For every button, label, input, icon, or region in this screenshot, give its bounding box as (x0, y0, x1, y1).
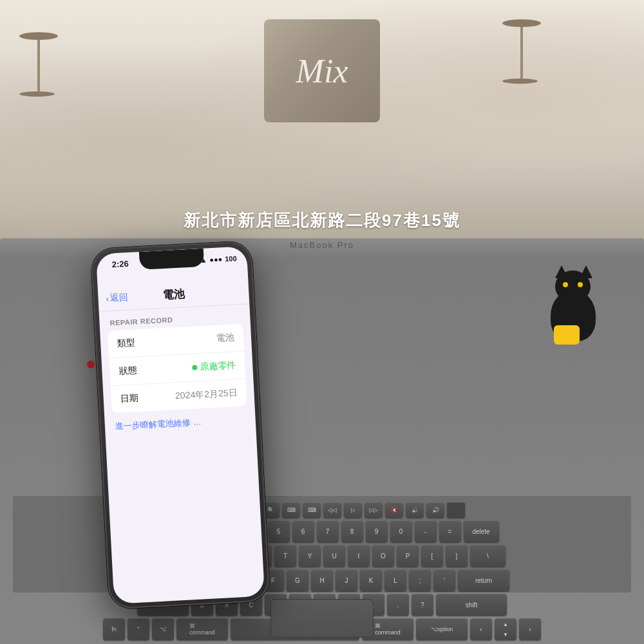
key-i[interactable]: I (348, 545, 370, 567)
key-5[interactable]: 5 (268, 520, 290, 542)
key-f8[interactable]: ▷ (344, 502, 362, 518)
key-backslash[interactable]: \ (470, 545, 506, 567)
key-f7[interactable]: ◁◁ (323, 502, 341, 518)
cat-eye-left (563, 282, 568, 287)
option-label: option (437, 626, 453, 632)
key-bracket-open[interactable]: [ (421, 545, 443, 567)
key-8[interactable]: 8 (341, 520, 363, 542)
macbook-brand-label: MacBook Pro (290, 240, 354, 250)
back-label: 返回 (110, 291, 129, 303)
key-j[interactable]: J (336, 569, 357, 591)
key-0[interactable]: 0 (390, 520, 412, 542)
stool-left (19, 32, 58, 97)
key-touch-id[interactable] (447, 502, 465, 518)
key-return[interactable]: return (458, 569, 509, 591)
cellular-icon: ●●● (209, 255, 223, 263)
iphone-body: 2:26 ▲ ●●● 100 ‹ 返回 電池 REPAIR (91, 241, 270, 609)
key-o[interactable]: O (372, 545, 394, 567)
iphone-content: ‹ 返回 電池 REPAIR RECORD 類型 電池 狀態 (98, 278, 265, 604)
key-f10[interactable]: 🔇 (385, 502, 403, 518)
green-status-dot (192, 365, 197, 370)
cat-figure-decoration (541, 277, 605, 354)
key-p[interactable]: P (397, 545, 419, 567)
key-t[interactable]: T (274, 545, 296, 567)
key-arrow-left[interactable]: ‹ (470, 618, 492, 640)
cat-eye-right (578, 282, 583, 287)
row-value-type: 電池 (216, 332, 235, 344)
key-delete[interactable]: delete (464, 520, 499, 542)
key-semicolon[interactable]: ; (409, 569, 431, 591)
iphone-screen: 2:26 ▲ ●●● 100 ‹ 返回 電池 REPAIR (96, 246, 265, 604)
key-7[interactable]: 7 (317, 520, 339, 542)
top-display: Mix 新北市新店區北新路二段97巷15號 (0, 0, 644, 251)
key-period[interactable]: . (387, 594, 409, 616)
key-apostrophe[interactable]: ' (433, 569, 455, 591)
key-y[interactable]: Y (299, 545, 321, 567)
trackpad[interactable] (270, 599, 374, 638)
key-f9[interactable]: ▷▷ (365, 502, 383, 518)
key-f6[interactable]: ⌨ (303, 502, 321, 518)
key-h[interactable]: H (311, 569, 333, 591)
iphone-device: 2:26 ▲ ●●● 100 ‹ 返回 電池 REPAIR (91, 241, 270, 609)
row-label-status: 狀態 (118, 365, 137, 377)
key-bracket-close[interactable]: ] (446, 545, 468, 567)
status-time: 2:26 (106, 259, 129, 270)
key-u[interactable]: U (323, 545, 345, 567)
key-9[interactable]: 9 (366, 520, 388, 542)
key-l[interactable]: L (384, 569, 406, 591)
mix-logo-text: Mix (296, 52, 348, 90)
key-arrow-right[interactable]: › (519, 618, 541, 640)
key-slash[interactable]: ? (412, 594, 433, 616)
key-f5[interactable]: ⌨ (282, 502, 300, 518)
store-address: 新北市新店區北新路二段97巷15號 (0, 209, 644, 232)
key-k[interactable]: K (360, 569, 382, 591)
key-f11[interactable]: 🔉 (406, 502, 424, 518)
key-g[interactable]: G (287, 569, 308, 591)
settings-card: 類型 電池 狀態 原廠零件 日期 2024年2月25日 (108, 324, 247, 413)
stool-right (502, 19, 541, 84)
key-option-left[interactable]: ⌥ (152, 618, 174, 640)
mix-store-box: Mix (264, 19, 380, 122)
key-6[interactable]: 6 (292, 520, 314, 542)
red-dot-decoration (87, 361, 95, 368)
key-command-left[interactable]: ⌘command (176, 618, 228, 640)
key-shift-right[interactable]: shift (436, 594, 507, 616)
key-fn[interactable]: fn (103, 618, 125, 640)
key-minus[interactable]: - (415, 520, 437, 542)
battery-indicator: 100 (225, 254, 237, 263)
chevron-left-icon: ‹ (106, 293, 109, 303)
iphone-notch (139, 249, 204, 270)
key-equals[interactable]: = (439, 520, 461, 542)
page-title: 電池 (162, 287, 185, 303)
yellow-item (554, 325, 580, 345)
cat-body (551, 290, 596, 341)
row-value-status: 原廠零件 (192, 359, 236, 374)
status-indicators: ▲ ●●● 100 (200, 254, 237, 264)
row-label-date: 日期 (120, 392, 138, 404)
key-option-right[interactable]: ⌥option (416, 618, 468, 640)
row-value-date: 2024年2月25日 (175, 387, 238, 402)
key-control[interactable]: ⌃ (128, 618, 149, 640)
back-button[interactable]: ‹ 返回 (106, 291, 129, 304)
key-arrow-updown[interactable]: ▲ ▼ (495, 618, 516, 640)
key-f12[interactable]: 🔊 (426, 502, 444, 518)
row-label-type: 類型 (117, 337, 136, 349)
